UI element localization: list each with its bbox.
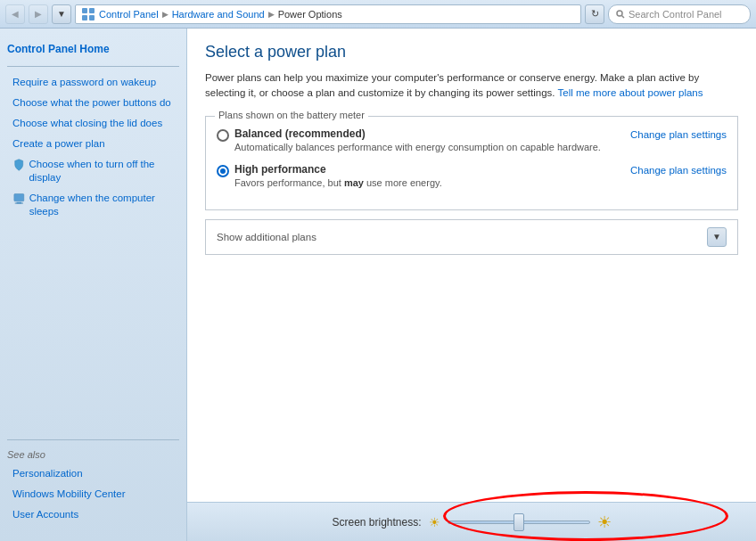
sep2: ▶ xyxy=(268,10,275,19)
plan-balanced: Balanced (recommended) Automatically bal… xyxy=(217,127,727,152)
sep1: ▶ xyxy=(162,10,168,19)
search-placeholder: Search Control Panel xyxy=(629,9,722,20)
svg-rect-3 xyxy=(89,15,94,20)
plans-section-label: Plans shown on the battery meter xyxy=(215,110,368,120)
dropdown-button[interactable]: ▼ xyxy=(52,4,71,24)
monitor-icon xyxy=(12,192,26,206)
control-panel-icon xyxy=(81,7,95,21)
breadcrumb-hardware[interactable]: Hardware and Sound xyxy=(172,9,265,20)
plan-high-info: High performance Favors performance, but… xyxy=(234,163,442,188)
search-icon xyxy=(616,10,625,19)
sidebar-divider-1 xyxy=(7,66,179,67)
svg-rect-2 xyxy=(82,15,87,20)
svg-rect-1 xyxy=(89,8,94,13)
sidebar-link-require-password: Require a password on wakeup xyxy=(12,76,156,89)
brightness-slider-track xyxy=(448,521,590,524)
forward-button[interactable]: ▶ xyxy=(29,4,48,24)
sidebar-item-computer-sleeps[interactable]: Change when the computer sleeps xyxy=(7,188,179,222)
show-additional-plans[interactable]: Show additional plans ▼ xyxy=(205,219,738,255)
sidebar-item-mobility-center[interactable]: Windows Mobility Center xyxy=(7,484,179,504)
svg-point-4 xyxy=(617,11,622,16)
plan-high-name: High performance xyxy=(234,163,442,176)
radio-high-performance[interactable] xyxy=(217,165,229,177)
brightness-label: Screen brightness: xyxy=(332,516,421,529)
sidebar-link-computer-sleeps: Change when the computer sleeps xyxy=(29,192,174,218)
sidebar-link-power-buttons: Choose what the power buttons do xyxy=(12,96,171,110)
plan-balanced-desc: Automatically balances performance with … xyxy=(234,142,601,152)
sidebar-item-user-accounts[interactable]: User Accounts xyxy=(7,504,179,525)
sidebar-link-personalization: Personalization xyxy=(12,467,83,480)
bottom-brightness-bar: Screen brightness: ☀ ☀ xyxy=(187,502,756,541)
content-area: Select a power plan Power plans can help… xyxy=(187,29,756,541)
sidebar-item-closing-lid[interactable]: Choose what closing the lid does xyxy=(7,113,179,134)
shield-icon xyxy=(12,158,25,172)
plan-balanced-name: Balanced (recommended) xyxy=(234,127,601,140)
plan-high-performance: High performance Favors performance, but… xyxy=(217,163,727,188)
see-also-section: Personalization Windows Mobility Center … xyxy=(0,463,186,525)
change-settings-balanced[interactable]: Change plan settings xyxy=(630,129,727,140)
plan-high-left: High performance Favors performance, but… xyxy=(217,163,630,188)
intro-text: Power plans can help you maximize your c… xyxy=(205,70,722,102)
change-settings-high[interactable]: Change plan settings xyxy=(630,165,727,176)
sidebar: Control Panel Home Require a password on… xyxy=(0,29,187,541)
plans-section: Plans shown on the battery meter Balance… xyxy=(205,116,738,210)
svg-rect-0 xyxy=(82,8,87,13)
sidebar-item-personalization[interactable]: Personalization xyxy=(7,463,179,484)
brightness-slider-thumb[interactable] xyxy=(514,513,524,531)
sidebar-link-create-plan: Create a power plan xyxy=(12,137,105,151)
back-button[interactable]: ◀ xyxy=(5,4,25,24)
show-additional-label: Show additional plans xyxy=(217,232,316,242)
brightness-low-icon: ☀ xyxy=(429,515,440,529)
main-layout: Control Panel Home Require a password on… xyxy=(0,29,756,541)
breadcrumb-control-panel[interactable]: Control Panel xyxy=(99,9,159,20)
sidebar-divider-2 xyxy=(7,439,179,440)
radio-balanced[interactable] xyxy=(217,129,229,142)
expand-icon[interactable]: ▼ xyxy=(707,227,727,247)
plan-balanced-left: Balanced (recommended) Automatically bal… xyxy=(217,127,630,152)
sidebar-link-closing-lid: Choose what closing the lid does xyxy=(12,117,162,130)
intro-link[interactable]: Tell me more about power plans xyxy=(558,87,703,98)
address-bar: ◀ ▶ ▼ Control Panel ▶ Hardware and Sound… xyxy=(0,0,756,29)
sidebar-link-mobility-center: Windows Mobility Center xyxy=(12,488,126,501)
search-box[interactable]: Search Control Panel xyxy=(608,4,751,24)
page-title: Select a power plan xyxy=(205,43,738,61)
sidebar-spacer xyxy=(0,229,186,435)
plan-balanced-info: Balanced (recommended) Automatically bal… xyxy=(234,127,601,152)
sidebar-item-turn-off-display[interactable]: Choose when to turn off the display xyxy=(7,154,179,188)
see-also-label: See also xyxy=(0,446,186,463)
sidebar-link-turn-off-display: Choose when to turn off the display xyxy=(29,158,174,184)
sidebar-item-power-buttons[interactable]: Choose what the power buttons do xyxy=(7,93,179,113)
breadcrumb-current: Power Options xyxy=(278,9,342,20)
refresh-button[interactable]: ↻ xyxy=(585,4,604,24)
svg-rect-6 xyxy=(14,193,24,201)
plan-high-desc: Favors performance, but may use more ene… xyxy=(234,177,442,188)
sidebar-item-require-password[interactable]: Require a password on wakeup xyxy=(7,72,179,93)
sidebar-link-user-accounts: User Accounts xyxy=(12,508,78,521)
svg-rect-8 xyxy=(15,202,23,203)
sidebar-home[interactable]: Control Panel Home xyxy=(0,37,186,61)
brightness-high-icon: ☀ xyxy=(597,512,612,532)
sidebar-item-create-plan[interactable]: Create a power plan xyxy=(7,134,179,154)
breadcrumb-bar: Control Panel ▶ Hardware and Sound ▶ Pow… xyxy=(75,4,581,24)
sidebar-nav-section: Require a password on wakeup Choose what… xyxy=(0,72,186,222)
svg-line-5 xyxy=(622,15,625,18)
